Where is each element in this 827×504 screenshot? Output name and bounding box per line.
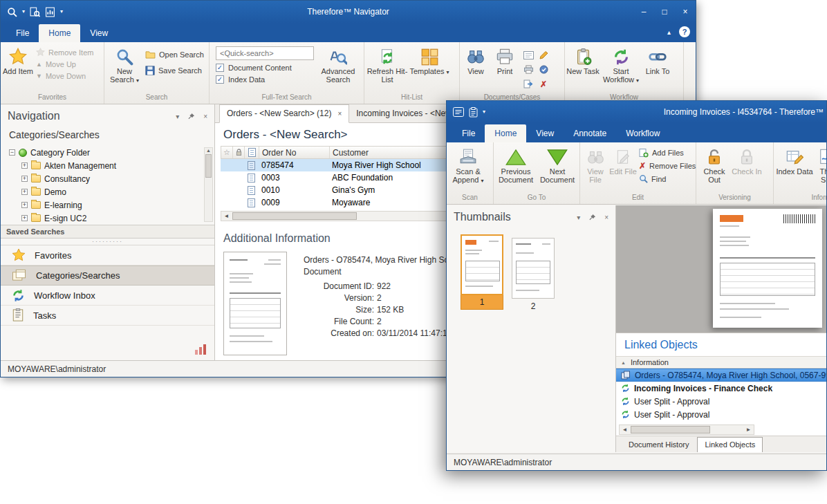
minimize-button[interactable]: –	[633, 4, 654, 19]
tab-annotate[interactable]: Annotate	[564, 124, 616, 142]
sidebar-item-favorites[interactable]: Favorites	[1, 245, 214, 265]
signature-button[interactable]: The Sig	[814, 144, 826, 193]
tree-item[interactable]: + Akten Management	[1, 159, 214, 172]
hitlist-header-row[interactable]: ☆ Order No Customer	[221, 146, 457, 159]
next-document-button[interactable]: Next Document	[537, 144, 578, 193]
column-information[interactable]: Information	[631, 358, 669, 366]
tree-item[interactable]: + E-sign UC2	[1, 212, 214, 225]
linked-object-row[interactable]: Incoming Invoices - Finance Check	[616, 382, 826, 395]
hitlist-row[interactable]: 0785474 Moya River High School	[221, 159, 457, 171]
remove-files-button[interactable]: ✗ Remove Files	[639, 161, 696, 171]
move-down-button[interactable]: ▼ Move Down	[36, 72, 93, 80]
index-data-button[interactable]: Index Data	[775, 144, 814, 193]
expand-icon[interactable]: +	[21, 189, 28, 195]
remove-item-button[interactable]: Remove Item	[36, 48, 93, 57]
scrollbar-thumb[interactable]	[205, 154, 212, 178]
hitlist-row[interactable]: 0009 Moyaware	[221, 196, 457, 209]
expand-icon[interactable]: +	[21, 162, 28, 169]
expand-icon[interactable]: +	[21, 176, 28, 182]
tab-home[interactable]: Home	[39, 24, 80, 42]
lock-column-icon[interactable]	[233, 147, 245, 158]
hitlist-row[interactable]: 0010 Gina's Gym	[221, 184, 457, 196]
find-button[interactable]: Find	[639, 174, 696, 183]
w1-titlebar[interactable]: ▾ ▾ Therefore™ Navigator – □ ×	[1, 1, 696, 23]
document-content-checkbox-row[interactable]: ✓ Document Content	[216, 64, 314, 72]
panel-close-icon[interactable]: ×	[203, 113, 207, 120]
move-up-button[interactable]: ▲ Move Up	[36, 60, 93, 68]
linked-objects-header[interactable]: ▲ Information	[616, 356, 826, 368]
page-thumbnail-2[interactable]: 2	[512, 238, 557, 313]
tab-close-icon[interactable]: ×	[337, 110, 342, 118]
quick-search-input[interactable]	[216, 46, 314, 60]
document-viewer[interactable]	[616, 205, 826, 333]
scan-append-button[interactable]: Scan & Append ▾	[448, 144, 488, 193]
delete-icon[interactable]: ✗	[540, 80, 547, 89]
tree-item[interactable]: + Consultancy	[1, 172, 214, 185]
close-button[interactable]: ×	[675, 4, 696, 19]
tab-file[interactable]: File	[6, 24, 39, 42]
pin-icon[interactable]	[187, 113, 195, 120]
collapse-icon[interactable]: −	[9, 149, 15, 156]
scroll-right-icon[interactable]: ►	[743, 427, 754, 433]
hitlist-tab-invoices[interactable]: Incoming Invoices - <New	[349, 105, 458, 122]
paste-icon[interactable]	[469, 107, 478, 118]
index-data-checkbox-row[interactable]: ✓ Index Data	[216, 75, 314, 84]
linked-object-row[interactable]: User Split - Approval	[616, 408, 826, 421]
templates-button[interactable]: Templates ▾	[409, 44, 450, 93]
panel-menu-caret-icon[interactable]: ▾	[176, 113, 179, 120]
tab-linked-objects[interactable]: Linked Objects	[697, 437, 763, 452]
document-preview-thumbnail[interactable]	[223, 252, 287, 355]
sidebar-item-tasks[interactable]: Tasks	[1, 306, 214, 326]
quick-print-icon[interactable]	[523, 65, 534, 74]
search-caret-icon[interactable]: ▾	[22, 9, 25, 15]
doctype-column-icon[interactable]	[245, 147, 259, 158]
index-data-checkbox[interactable]: ✓	[216, 75, 224, 84]
edit-file-button[interactable]: Edit File	[609, 144, 637, 193]
refresh-hitlist-button[interactable]: Refresh Hit-List	[366, 44, 409, 93]
favorite-column-icon[interactable]: ☆	[221, 147, 233, 158]
collapse-ribbon-icon[interactable]: ▴	[667, 28, 671, 36]
new-task-button[interactable]: New Task	[566, 44, 600, 93]
hitlist-hscrollbar[interactable]: ◄ ►	[221, 211, 457, 221]
advanced-search-button[interactable]: Advanced Search	[319, 44, 357, 93]
tree-scrollbar[interactable]: ▲	[204, 147, 213, 222]
properties-card-icon[interactable]	[523, 51, 534, 59]
find-document-icon[interactable]	[30, 7, 40, 17]
help-icon[interactable]: ?	[679, 26, 690, 37]
panel-close-icon[interactable]: ×	[604, 214, 608, 221]
tab-home[interactable]: Home	[485, 124, 526, 142]
link-to-button[interactable]: Link To	[642, 44, 673, 93]
edit-pencil-icon[interactable]	[539, 50, 548, 60]
view-button[interactable]: View	[461, 44, 490, 93]
statistics-icon[interactable]	[195, 344, 206, 355]
add-files-button[interactable]: Add Files	[639, 148, 696, 158]
linked-hscrollbar[interactable]: ◄ ►	[619, 424, 754, 435]
w2-titlebar[interactable]: ▾ Incoming Invoices - I4534764 - Therefo…	[447, 101, 826, 123]
linked-object-row[interactable]: User Split - Approval	[616, 395, 826, 408]
previous-document-button[interactable]: Previous Document	[495, 144, 537, 193]
check-in-button[interactable]: Check In	[731, 144, 763, 193]
check-out-button[interactable]: Check Out	[698, 144, 731, 193]
tree-item[interactable]: + Demo	[1, 185, 214, 198]
pin-icon[interactable]	[588, 214, 596, 221]
maximize-button[interactable]: □	[654, 4, 675, 19]
esign-seal-icon[interactable]	[539, 65, 548, 74]
start-workflow-button[interactable]: Start Workflow ▾	[600, 44, 642, 93]
tree-root[interactable]: − Category Folder	[1, 146, 214, 159]
panel-menu-caret-icon[interactable]: ▾	[577, 214, 580, 221]
qat-menu-caret-icon[interactable]: ▾	[483, 109, 485, 115]
column-customer[interactable]: Customer	[330, 147, 456, 158]
search-icon[interactable]	[7, 7, 17, 17]
expand-icon[interactable]: +	[21, 202, 28, 208]
tab-file[interactable]: File	[452, 124, 485, 142]
sidebar-item-workflow-inbox[interactable]: Workflow Inbox	[1, 286, 214, 306]
view-file-button[interactable]: View File	[582, 144, 609, 193]
tab-document-history[interactable]: Document History	[622, 438, 696, 452]
splitter-handle[interactable]: ·········	[1, 239, 214, 245]
tab-view[interactable]: View	[526, 124, 564, 142]
qat-menu-caret-icon[interactable]: ▾	[60, 9, 63, 15]
scrollbar-thumb[interactable]	[232, 212, 357, 220]
linked-object-row[interactable]: Orders - O785474, Moya River High School…	[616, 368, 826, 382]
document-content-checkbox[interactable]: ✓	[216, 64, 224, 72]
scroll-left-icon[interactable]: ◄	[221, 213, 232, 219]
